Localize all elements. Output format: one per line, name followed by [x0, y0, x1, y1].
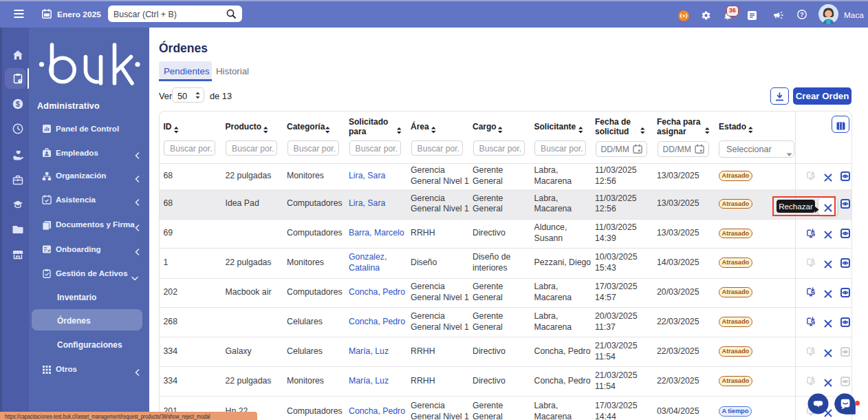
- svg-text:$: $: [16, 100, 20, 108]
- svg-text:?: ?: [800, 11, 804, 18]
